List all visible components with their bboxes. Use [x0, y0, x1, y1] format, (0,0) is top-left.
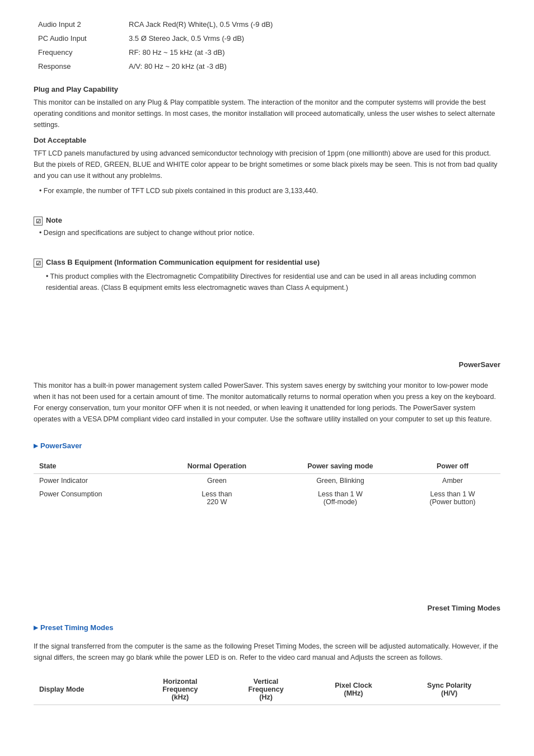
- note-icon: ☑: [34, 217, 43, 226]
- powersaver-body: This monitor has a built-in power manage…: [34, 380, 500, 425]
- class-b-block: ☑ Class B Equipment (Information Communi…: [34, 258, 500, 267]
- preset-timing-link-label: Preset Timing Modes: [40, 623, 114, 632]
- dot-acceptable-title: Dot Acceptable: [34, 136, 500, 144]
- powersaver-link-label: PowerSaver: [40, 442, 82, 450]
- spec-value: 3.5 Ø Stereo Jack, 0.5 Vrms (-9 dB): [125, 32, 499, 45]
- class-b-body: • This product complies with the Electro…: [46, 271, 500, 293]
- preset-timing-header: Preset Timing Modes: [34, 604, 500, 612]
- power-row-consumption-off: Less than 1 W(Power button): [405, 487, 500, 509]
- preset-col-v-freq: VerticalFrequency(Hz): [223, 674, 308, 705]
- spec-table: Audio Input 2RCA Jack Red(R) White(L), 0…: [34, 17, 500, 74]
- preset-timing-body: If the signal transferred from the compu…: [34, 641, 500, 663]
- power-row-indicator: Power Indicator Green Green, Blinking Am…: [34, 474, 500, 488]
- preset-col-pixel-clock: Pixel Clock(MHz): [309, 674, 399, 705]
- power-row-indicator-off: Amber: [405, 474, 500, 488]
- power-row-indicator-label: Power Indicator: [34, 474, 158, 488]
- power-row-consumption: Power Consumption Less than220 W Less th…: [34, 487, 500, 509]
- page-container: Audio Input 2RCA Jack Red(R) White(L), 0…: [0, 0, 534, 727]
- power-row-consumption-normal: Less than220 W: [158, 487, 276, 509]
- preset-col-sync-polarity: Sync Polarity(H/V): [398, 674, 500, 705]
- power-row-indicator-normal: Green: [158, 474, 276, 488]
- spec-value: RF: 80 Hz ~ 15 kHz (at -3 dB): [125, 46, 499, 59]
- class-b-icon: ☑: [34, 259, 43, 267]
- power-row-consumption-label: Power Consumption: [34, 487, 158, 509]
- power-col-saving: Power saving mode: [276, 459, 405, 474]
- powersaver-header: PowerSaver: [34, 360, 500, 369]
- spec-label: Frequency: [35, 46, 124, 59]
- plug-and-play-body: This monitor can be installed on any Plu…: [34, 97, 500, 130]
- class-b-label: Class B Equipment (Information Communica…: [46, 258, 320, 266]
- preset-col-display-mode: Display Mode: [34, 674, 137, 705]
- note-block: ☑ Note: [34, 216, 500, 226]
- power-table: State Normal Operation Power saving mode…: [34, 459, 500, 509]
- spec-value: A/V: 80 Hz ~ 20 kHz (at -3 dB): [125, 60, 499, 73]
- power-row-consumption-saving: Less than 1 W(Off-mode): [276, 487, 405, 509]
- power-col-normal: Normal Operation: [158, 459, 276, 474]
- preset-table: Display Mode HorizontalFrequency(kHz) Ve…: [34, 674, 500, 705]
- spec-row: ResponseA/V: 80 Hz ~ 20 kHz (at -3 dB): [35, 60, 499, 73]
- spec-row: FrequencyRF: 80 Hz ~ 15 kHz (at -3 dB): [35, 46, 499, 59]
- power-col-off: Power off: [405, 459, 500, 474]
- preset-col-h-freq: HorizontalFrequency(kHz): [137, 674, 223, 705]
- powersaver-link[interactable]: PowerSaver: [34, 442, 500, 450]
- spec-label: Response: [35, 60, 124, 73]
- spec-label: PC Audio Input: [35, 32, 124, 45]
- note-label: Note: [46, 216, 62, 224]
- spec-row: Audio Input 2RCA Jack Red(R) White(L), 0…: [35, 18, 499, 31]
- spec-label: Audio Input 2: [35, 18, 124, 31]
- power-row-indicator-saving: Green, Blinking: [276, 474, 405, 488]
- spec-row: PC Audio Input3.5 Ø Stereo Jack, 0.5 Vrm…: [35, 32, 499, 45]
- note-bullet: • Design and specifications are subject …: [39, 229, 500, 237]
- spec-value: RCA Jack Red(R) White(L), 0.5 Vrms (-9 d…: [125, 18, 499, 31]
- power-col-state: State: [34, 459, 158, 474]
- plug-and-play-title: Plug and Play Capability: [34, 85, 500, 93]
- dot-acceptable-bullet: • For example, the number of TFT LCD sub…: [39, 187, 500, 195]
- dot-acceptable-body: TFT LCD panels manufactured by using adv…: [34, 148, 500, 181]
- preset-timing-link[interactable]: Preset Timing Modes: [34, 623, 500, 632]
